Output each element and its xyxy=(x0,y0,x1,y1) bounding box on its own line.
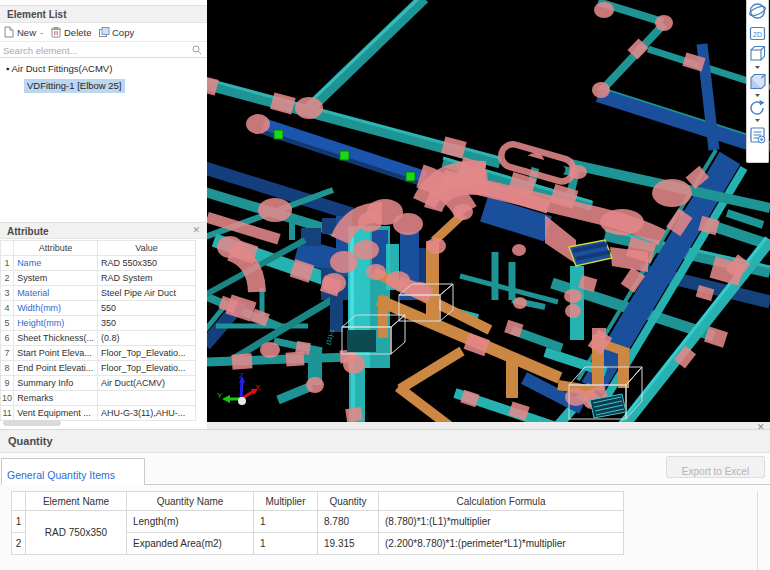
svg-text:(11)-1: (11)-1 xyxy=(325,328,335,345)
svg-text:Z: Z xyxy=(239,371,244,380)
svg-text:X: X xyxy=(255,383,261,392)
svg-text:2D: 2D xyxy=(753,31,762,38)
svg-text:Y: Y xyxy=(217,391,223,400)
